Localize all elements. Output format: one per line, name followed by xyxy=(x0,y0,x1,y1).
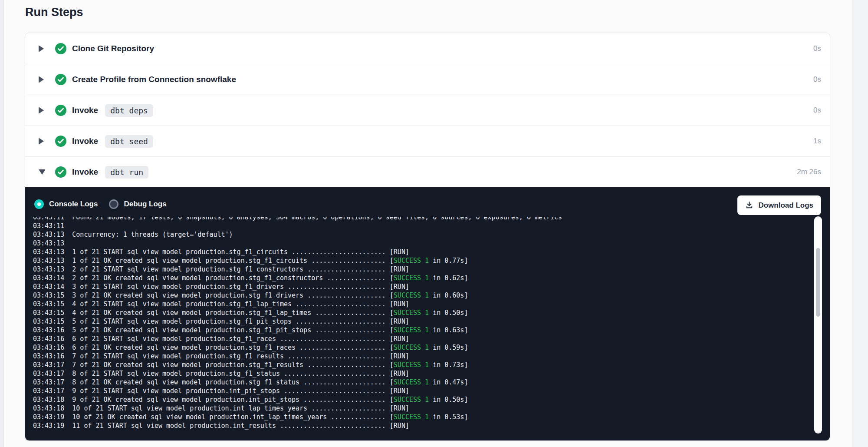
log-line: 03:43:15 3 of 21 OK created sql view mod… xyxy=(33,291,830,300)
log-line: 03:43:13 1 of 21 OK created sql view mod… xyxy=(33,256,830,265)
log-line: 03:43:15 5 of 21 START sql view model pr… xyxy=(33,317,830,326)
download-logs-label: Download Logs xyxy=(758,201,813,210)
log-line: 03:43:17 9 of 21 START sql view model pr… xyxy=(33,387,830,395)
step-row[interactable]: Clone Git Repository 0s xyxy=(25,33,830,64)
step-label: Create Profile from Connection snowflake xyxy=(72,75,236,84)
radio-icon[interactable] xyxy=(109,199,118,209)
log-scrollbar-track[interactable] xyxy=(814,216,822,434)
expander-caret-icon[interactable] xyxy=(39,107,46,114)
step-duration: 0s xyxy=(813,44,821,53)
run-steps-list: Clone Git Repository 0s Create Profile f… xyxy=(25,33,830,187)
log-line: 03:43:17 7 of 21 OK created sql view mod… xyxy=(33,361,830,369)
log-line: 03:43:19 10 of 21 OK created sql view mo… xyxy=(33,413,830,421)
step-command-badge: dbt run xyxy=(105,166,148,179)
step-row[interactable]: Invoke dbt seed 1s xyxy=(25,126,830,156)
step-row[interactable]: Invoke dbt deps 0s xyxy=(25,95,830,126)
log-lines: 03:43:11 Found 21 models, 17 tests, 0 sn… xyxy=(33,217,830,430)
log-tabs: Console Logs Debug Logs xyxy=(34,199,178,209)
step-row[interactable]: Invoke dbt run 2m 26s xyxy=(25,156,830,187)
step-label: Invoke xyxy=(72,136,98,146)
step-row[interactable]: Create Profile from Connection snowflake… xyxy=(25,64,830,95)
log-tab[interactable]: Debug Logs xyxy=(109,199,166,209)
download-icon xyxy=(745,201,753,209)
log-tab-label: Console Logs xyxy=(49,200,98,209)
page-left-gutter xyxy=(0,0,4,447)
page-right-gutter xyxy=(852,0,868,447)
log-line: 03:43:15 4 of 21 START sql view model pr… xyxy=(33,300,830,308)
log-line: 03:43:16 6 of 21 OK created sql view mod… xyxy=(33,343,830,352)
log-line: 03:43:13 xyxy=(33,239,830,248)
run-steps-card: Clone Git Repository 0s Create Profile f… xyxy=(25,33,830,441)
step-command-badge: dbt seed xyxy=(105,135,153,148)
expander-caret-icon[interactable] xyxy=(39,138,46,145)
log-line: 03:43:15 4 of 21 OK created sql view mod… xyxy=(33,308,830,317)
log-tab-label: Debug Logs xyxy=(124,200,166,209)
success-check-icon xyxy=(55,74,66,85)
log-line: 03:43:17 8 of 21 OK created sql view mod… xyxy=(33,378,830,387)
success-check-icon xyxy=(55,136,66,147)
step-label: Invoke xyxy=(72,167,98,177)
log-line: 03:43:16 6 of 21 START sql view model pr… xyxy=(33,334,830,343)
success-check-icon xyxy=(55,43,66,54)
log-panel: Console Logs Debug Logs Download Logs 03… xyxy=(25,187,830,441)
log-line: 03:43:17 8 of 21 START sql view model pr… xyxy=(33,369,830,378)
success-check-icon xyxy=(55,105,66,116)
step-command-badge: dbt deps xyxy=(105,104,153,117)
radio-icon[interactable] xyxy=(34,199,44,209)
step-duration: 0s xyxy=(813,75,821,84)
step-duration: 2m 26s xyxy=(797,168,821,176)
step-label: Invoke xyxy=(72,106,98,115)
log-panel-header: Console Logs Debug Logs Download Logs xyxy=(25,187,830,218)
log-line: 03:43:18 9 of 21 OK created sql view mod… xyxy=(33,395,830,404)
log-line: 03:43:11 Found 21 models, 17 tests, 0 sn… xyxy=(33,217,830,222)
page-title: Run Steps xyxy=(25,5,83,20)
log-line: 03:43:16 7 of 21 START sql view model pr… xyxy=(33,352,830,361)
log-scrollbar-thumb[interactable] xyxy=(816,248,820,317)
expander-caret-icon[interactable] xyxy=(39,45,46,52)
log-line: 03:43:13 2 of 21 START sql view model pr… xyxy=(33,265,830,274)
download-logs-button[interactable]: Download Logs xyxy=(737,195,821,215)
log-line: 03:43:14 2 of 21 OK created sql view mod… xyxy=(33,274,830,282)
log-line: 03:43:16 5 of 21 OK created sql view mod… xyxy=(33,326,830,334)
console-log-output[interactable]: 03:43:11 Found 21 models, 17 tests, 0 sn… xyxy=(25,217,830,437)
step-duration: 1s xyxy=(813,137,821,146)
success-check-icon xyxy=(55,166,66,178)
log-line: 03:43:11 xyxy=(33,222,830,230)
log-tab[interactable]: Console Logs xyxy=(34,199,98,209)
log-line: 03:43:18 10 of 21 START sql view model p… xyxy=(33,404,830,413)
log-line: 03:43:13 Concurrency: 1 threads (target=… xyxy=(33,230,830,239)
log-line: 03:43:13 1 of 21 START sql view model pr… xyxy=(33,248,830,256)
step-label: Clone Git Repository xyxy=(72,44,154,53)
log-line: 03:43:14 3 of 21 START sql view model pr… xyxy=(33,282,830,291)
log-line: 03:43:19 11 of 21 START sql view model p… xyxy=(33,421,830,430)
step-duration: 0s xyxy=(813,106,821,115)
expander-caret-icon[interactable] xyxy=(39,76,46,83)
expander-caret-icon[interactable] xyxy=(39,169,46,175)
